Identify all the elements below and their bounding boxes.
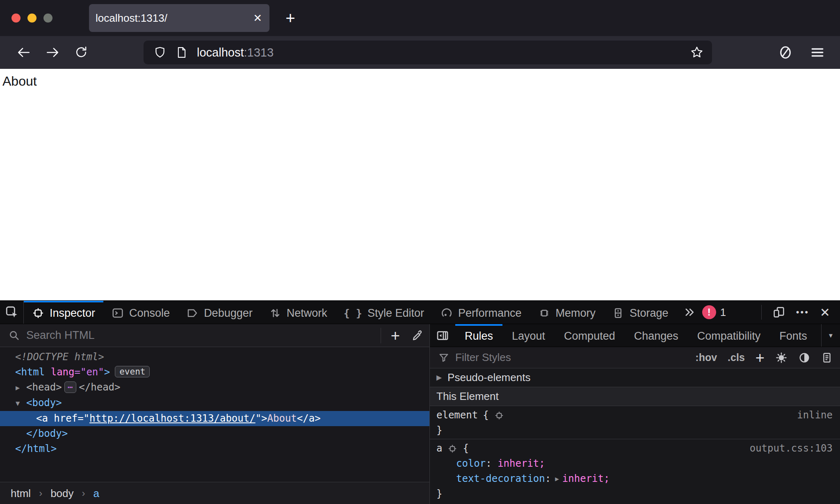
minimize-window-button[interactable]: [27, 14, 37, 23]
traffic-lights: [11, 14, 52, 23]
sidebar-toggle-button[interactable]: [430, 324, 455, 347]
rules-panel: Rules Layout Computed Changes Compatibil…: [430, 324, 840, 504]
tree-row-body-close[interactable]: </body>: [0, 426, 429, 441]
tree-row-anchor-selected[interactable]: <a href="http://localhost:1313/about/">A…: [0, 411, 429, 426]
tree-row-html-open[interactable]: <html lang="en">event: [0, 365, 429, 380]
zoom-window-button[interactable]: [43, 14, 52, 23]
network-icon: [269, 307, 281, 319]
search-html-input[interactable]: [26, 329, 381, 342]
devtools-close-icon[interactable]: ✕: [820, 305, 830, 320]
breadcrumb-a[interactable]: a: [94, 487, 99, 500]
tab-title: localhost:1313/: [96, 12, 253, 25]
reload-icon: [74, 45, 88, 59]
extension-icon[interactable]: [778, 45, 792, 60]
tree-row-body-open[interactable]: ▼<body>: [0, 395, 429, 411]
sidebar-tabbar: Rules Layout Computed Changes Compatibil…: [430, 324, 840, 347]
menu-hamburger-icon[interactable]: [810, 45, 824, 59]
shield-icon[interactable]: [153, 46, 167, 59]
page-info-icon[interactable]: [176, 46, 188, 59]
devtools-tab-memory[interactable]: Memory: [530, 301, 604, 324]
devtools-tab-debugger[interactable]: Debugger: [178, 301, 261, 324]
eyedropper-button[interactable]: [411, 329, 424, 342]
class-toggle[interactable]: .cls: [728, 352, 745, 363]
rule-location-link[interactable]: output.css:103: [750, 441, 833, 456]
event-badge[interactable]: event: [115, 366, 150, 377]
devtools-tab-performance[interactable]: Performance: [432, 301, 530, 324]
breadcrumb-html[interactable]: html: [11, 487, 31, 500]
tab-fonts[interactable]: Fonts: [770, 324, 817, 347]
forward-icon: [46, 45, 59, 59]
add-rule-button[interactable]: +: [756, 350, 765, 366]
twisty-collapsed-icon[interactable]: ▶: [16, 380, 26, 395]
twisty-collapsed-icon[interactable]: ▶: [555, 471, 559, 486]
tab-rules[interactable]: Rules: [455, 324, 502, 347]
devtools-tab-style-editor[interactable]: { } Style Editor: [336, 301, 432, 324]
devtools-tab-label: Memory: [556, 307, 596, 320]
css-rule-a[interactable]: a { output.css:103 color: inherit; text-…: [430, 439, 840, 502]
back-button[interactable]: [12, 41, 35, 64]
markup-search-row: +: [0, 324, 429, 347]
style-editor-icon: { }: [344, 307, 362, 319]
highlight-selector-icon[interactable]: [494, 410, 504, 421]
tab-layout[interactable]: Layout: [502, 324, 555, 347]
twisty-expanded-icon[interactable]: ▼: [16, 396, 26, 411]
about-link[interactable]: About: [2, 74, 37, 89]
pseudo-elements-header[interactable]: ▶ Pseudo-elements: [430, 368, 840, 387]
rule-selector: a: [436, 441, 442, 456]
browser-tab[interactable]: localhost:1313/ ✕: [89, 4, 269, 32]
highlight-selector-icon[interactable]: [447, 443, 458, 454]
close-window-button[interactable]: [11, 14, 21, 23]
sun-icon: [775, 352, 788, 364]
tree-row-head[interactable]: ▶<head>⋯</head>: [0, 380, 429, 395]
filter-funnel-icon: [438, 352, 450, 363]
dark-theme-toggle[interactable]: [798, 352, 810, 364]
bookmark-star-icon[interactable]: [690, 45, 704, 59]
css-declaration-text-decoration[interactable]: text-decoration:▶inherit;: [436, 471, 833, 486]
pseudo-class-toggle[interactable]: :hov: [695, 352, 717, 363]
devtools-tab-storage[interactable]: Storage: [604, 301, 677, 324]
error-count: 1: [720, 306, 726, 319]
url-host: localhost: [197, 46, 244, 59]
print-simulation-button[interactable]: [821, 352, 833, 364]
filter-styles-input[interactable]: [455, 351, 695, 364]
devtools-tab-console[interactable]: Console: [103, 301, 178, 324]
breadcrumb-body[interactable]: body: [50, 487, 73, 500]
href-value[interactable]: http://localhost:1313/about/: [89, 413, 256, 424]
url-bar[interactable]: localhost:1313: [144, 41, 712, 64]
error-count-badge[interactable]: ! 1: [702, 301, 731, 324]
responsive-design-icon: [772, 306, 785, 319]
memory-icon: [538, 307, 550, 319]
new-tab-button[interactable]: +: [280, 7, 301, 29]
tab-close-icon[interactable]: ✕: [253, 13, 262, 23]
rule-selector: element: [436, 408, 478, 423]
responsive-design-button[interactable]: [772, 306, 785, 319]
devtools-tab-inspector[interactable]: Inspector: [24, 301, 103, 324]
performance-icon: [441, 307, 453, 319]
breadcrumb: html › body › a: [0, 482, 429, 504]
more-tabs-button[interactable]: [677, 301, 702, 324]
css-declaration-color[interactable]: color: inherit;: [436, 456, 833, 471]
devtools-tab-label: Network: [287, 307, 327, 320]
forward-button[interactable]: [41, 41, 64, 64]
eyedropper-icon: [411, 329, 424, 342]
tab-computed[interactable]: Computed: [555, 324, 625, 347]
devtools-tab-label: Style Editor: [368, 307, 424, 320]
css-rule-element[interactable]: element { inline }: [430, 406, 840, 439]
sidebar-tabs-dropdown-icon[interactable]: ▼: [821, 324, 840, 347]
add-node-button[interactable]: +: [391, 328, 400, 343]
twisty-collapsed-icon[interactable]: ▶: [436, 373, 442, 382]
light-theme-toggle[interactable]: [775, 352, 788, 364]
pick-element-button[interactable]: [0, 301, 24, 324]
navigation-toolbar: localhost:1313: [0, 36, 840, 69]
tree-row-html-close[interactable]: </html>: [0, 441, 429, 456]
devtools-menu-icon[interactable]: •••: [796, 307, 809, 318]
tab-changes[interactable]: Changes: [625, 324, 688, 347]
back-icon: [17, 45, 31, 59]
tree-row-doctype[interactable]: <!DOCTYPE html>: [0, 350, 429, 365]
inline-ellipsis-badge[interactable]: ⋯: [64, 381, 77, 393]
devtools-tab-network[interactable]: Network: [261, 301, 336, 324]
reload-button[interactable]: [70, 41, 93, 64]
chevrons-right-icon: [683, 306, 696, 318]
tab-compatibility[interactable]: Compatibility: [688, 324, 770, 347]
devtools-toolbox-tabbar: Inspector Console Debugger Network { } S…: [0, 301, 840, 324]
